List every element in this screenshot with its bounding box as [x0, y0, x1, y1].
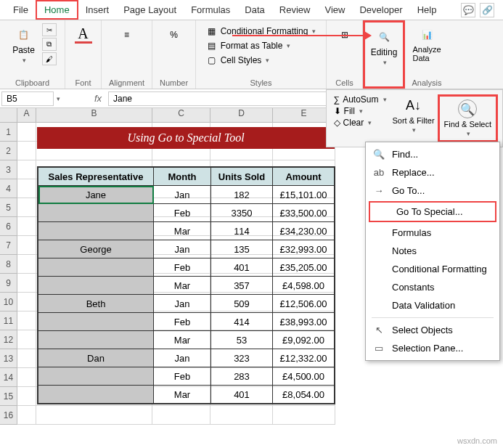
- format-as-table-button[interactable]: ▤Format as Table▾: [205, 39, 318, 52]
- cell[interactable]: 135: [211, 240, 273, 258]
- grid-cell[interactable]: [17, 160, 36, 179]
- cell[interactable]: £4,598.00: [273, 277, 335, 295]
- row-header[interactable]: 4: [0, 179, 17, 198]
- row-header[interactable]: 13: [0, 349, 17, 368]
- grid-cell[interactable]: [210, 406, 273, 425]
- cell-styles-button[interactable]: ▢Cell Styles▾: [205, 54, 318, 67]
- cell-rep[interactable]: [38, 222, 154, 240]
- grid-cell[interactable]: [17, 198, 36, 217]
- cell[interactable]: £8,054.00: [273, 386, 335, 404]
- col-C[interactable]: C: [152, 108, 210, 122]
- cell-rep[interactable]: [38, 313, 154, 331]
- cell-rep[interactable]: Jane: [38, 186, 154, 204]
- cell[interactable]: Mar: [154, 386, 211, 404]
- row-header[interactable]: 11: [0, 311, 17, 330]
- autosum-button[interactable]: ∑AutoSum▾: [334, 94, 387, 105]
- grid-cell[interactable]: [17, 217, 36, 236]
- tab-home[interactable]: Home: [36, 0, 78, 20]
- cell[interactable]: £35,205.00: [273, 258, 335, 277]
- col-A[interactable]: A: [17, 108, 36, 122]
- tab-review[interactable]: Review: [272, 1, 318, 18]
- cell-rep[interactable]: [38, 277, 154, 295]
- menu-cond-fmt[interactable]: Conditional Formatting: [366, 260, 499, 278]
- menu-select-objects[interactable]: ↖Select Objects: [366, 321, 499, 339]
- row-header[interactable]: 15: [0, 387, 17, 406]
- share-icon[interactable]: 🔗: [480, 3, 494, 17]
- grid-cell[interactable]: [17, 123, 36, 142]
- cell[interactable]: £32,993.00: [273, 240, 335, 258]
- menu-notes[interactable]: Notes: [366, 242, 499, 260]
- comments-icon[interactable]: 💬: [461, 3, 475, 17]
- cell[interactable]: £9,092.00: [273, 331, 335, 349]
- cell[interactable]: 401: [211, 386, 273, 404]
- hdr-rep[interactable]: Sales Representative: [38, 168, 154, 186]
- menu-formulas[interactable]: Formulas: [366, 224, 499, 242]
- cell[interactable]: 414: [211, 313, 273, 331]
- hdr-month[interactable]: Month: [154, 168, 211, 186]
- cell-rep[interactable]: [38, 367, 154, 386]
- row-header[interactable]: 14: [0, 368, 17, 387]
- menu-selection-pane[interactable]: ▭Selection Pane...: [366, 339, 499, 357]
- cell[interactable]: 401: [211, 258, 273, 277]
- cell[interactable]: Jan: [154, 295, 211, 313]
- grid-cell[interactable]: [17, 330, 36, 349]
- grid-cell[interactable]: [152, 406, 210, 425]
- cell[interactable]: £12,332.00: [273, 349, 335, 367]
- grid-cell[interactable]: [17, 406, 36, 425]
- grid-cell[interactable]: [17, 274, 36, 293]
- cell-rep[interactable]: Beth: [38, 295, 154, 313]
- cell[interactable]: £33,500.00: [273, 204, 335, 222]
- row-header[interactable]: 12: [0, 330, 17, 349]
- format-painter-button[interactable]: 🖌: [42, 52, 57, 65]
- cell[interactable]: 509: [211, 295, 273, 313]
- cell[interactable]: Mar: [154, 331, 211, 349]
- row-header[interactable]: 1: [0, 123, 17, 142]
- cell[interactable]: Mar: [154, 222, 211, 240]
- cell[interactable]: Feb: [154, 313, 211, 331]
- row-header[interactable]: 7: [0, 236, 17, 255]
- cell[interactable]: Feb: [154, 367, 211, 386]
- cell-rep[interactable]: Dan: [38, 349, 154, 367]
- fill-button[interactable]: ⬇Fill▾: [334, 106, 387, 116]
- grid-cell[interactable]: [17, 179, 36, 198]
- number-button[interactable]: %: [161, 23, 187, 46]
- analyze-data-button[interactable]: 📊 Analyze Data: [408, 23, 445, 65]
- col-B[interactable]: B: [36, 108, 152, 122]
- cell[interactable]: 357: [211, 277, 273, 295]
- grid-cell[interactable]: [273, 406, 335, 425]
- clear-button[interactable]: ◇Clear▾: [334, 118, 387, 128]
- namebox-dropdown[interactable]: ▾: [57, 95, 60, 102]
- name-box[interactable]: [1, 91, 54, 106]
- fx-icon[interactable]: fx: [89, 93, 107, 104]
- row-header[interactable]: 2: [0, 142, 17, 160]
- tab-help[interactable]: Help: [410, 1, 444, 18]
- row-header[interactable]: 3: [0, 160, 17, 179]
- cell-rep[interactable]: [38, 204, 154, 222]
- cell[interactable]: Mar: [154, 277, 211, 295]
- cell[interactable]: Jan: [154, 186, 211, 204]
- sort-filter-button[interactable]: A↓ Sort & Filter▾: [390, 94, 438, 142]
- tab-developer[interactable]: Developer: [352, 1, 409, 18]
- alignment-button[interactable]: ≡: [114, 23, 140, 46]
- cell-rep[interactable]: [38, 386, 154, 404]
- tab-file[interactable]: File: [6, 1, 36, 18]
- cell-rep[interactable]: [38, 258, 154, 277]
- row-header[interactable]: 6: [0, 217, 17, 236]
- copy-button[interactable]: ⧉: [42, 38, 57, 51]
- hdr-units[interactable]: Units Sold: [211, 168, 273, 186]
- cell[interactable]: Feb: [154, 204, 211, 222]
- tab-data[interactable]: Data: [237, 1, 271, 18]
- grid-cell[interactable]: [17, 255, 36, 274]
- cell[interactable]: 3350: [211, 204, 273, 222]
- cell[interactable]: £34,230.00: [273, 222, 335, 240]
- tab-page-layout[interactable]: Page Layout: [116, 1, 184, 18]
- grid-cell[interactable]: [17, 236, 36, 255]
- menu-data-validation[interactable]: Data Validation: [366, 296, 499, 314]
- cell[interactable]: 283: [211, 367, 273, 386]
- cell[interactable]: Jan: [154, 240, 211, 258]
- tab-insert[interactable]: Insert: [78, 1, 117, 18]
- cell[interactable]: £38,993.00: [273, 313, 335, 331]
- find-select-button[interactable]: 🔍 Find & Select▾: [441, 98, 494, 139]
- tab-view[interactable]: View: [317, 1, 352, 18]
- menu-find[interactable]: 🔍Find...: [366, 145, 499, 163]
